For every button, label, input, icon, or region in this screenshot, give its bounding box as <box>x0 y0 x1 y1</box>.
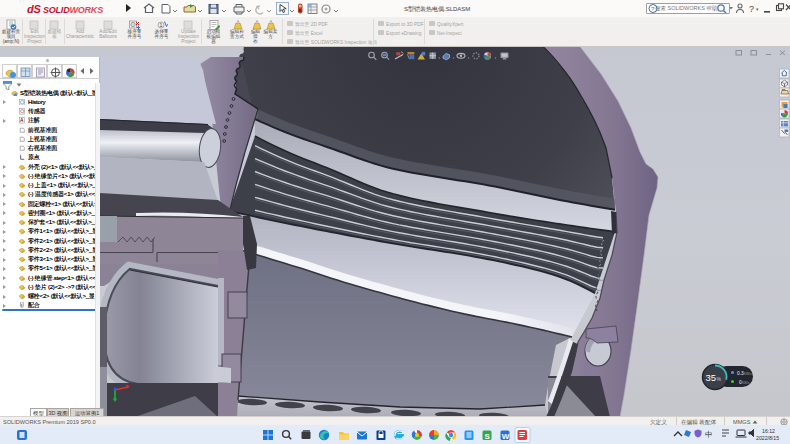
svg-text:▾: ▾ <box>756 6 759 12</box>
svg-text:?: ? <box>651 6 655 12</box>
svg-text:0KB/s: 0KB/s <box>739 380 750 385</box>
svg-text:0.3KB/s: 0.3KB/s <box>737 371 752 376</box>
svg-text:?: ? <box>749 4 754 14</box>
svg-text:W: W <box>502 432 510 441</box>
svg-text:S: S <box>485 432 491 441</box>
svg-text:35: 35 <box>706 372 717 383</box>
svg-text:%: % <box>717 376 722 382</box>
svg-text:中: 中 <box>705 430 713 439</box>
svg-text:A: A <box>20 118 23 123</box>
svg-text:2022/8/15: 2022/8/15 <box>756 435 779 441</box>
svg-text:16:12: 16:12 <box>762 428 775 434</box>
